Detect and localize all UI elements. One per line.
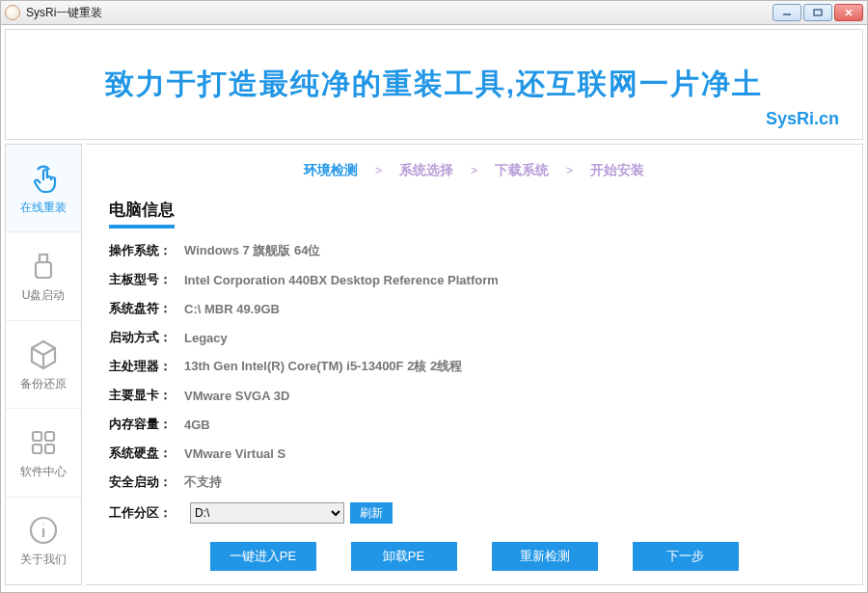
info-label: 主板型号：: [109, 271, 184, 288]
recheck-button[interactable]: 重新检测: [492, 542, 598, 571]
next-button[interactable]: 下一步: [633, 542, 739, 571]
unload-pe-button[interactable]: 卸载PE: [351, 542, 457, 571]
sidebar-item-software-center[interactable]: 软件中心: [6, 409, 81, 497]
sidebar-item-online-reinstall[interactable]: 在线重装: [6, 145, 81, 232]
info-value: 4GB: [184, 418, 210, 432]
svg-rect-4: [36, 262, 51, 278]
usb-icon: [26, 249, 61, 283]
sidebar: 在线重装 U盘启动 备份还原: [5, 144, 82, 585]
svg-rect-8: [33, 445, 41, 453]
window-title: SysRi一键重装: [26, 5, 773, 21]
sidebar-item-label: 关于我们: [20, 552, 67, 568]
section-underline: [109, 225, 175, 229]
info-label: 内存容量：: [109, 416, 184, 433]
info-row-work-partition: 工作分区： D:\ 刷新: [109, 502, 839, 524]
enter-pe-button[interactable]: 一键进入PE: [210, 542, 316, 571]
info-value: Intel Corporation 440BX Desktop Referenc…: [184, 273, 499, 287]
sidebar-item-about[interactable]: 关于我们: [6, 498, 81, 584]
info-label: 主要显卡：: [109, 387, 184, 404]
hand-tap-icon: [26, 161, 61, 196]
info-value: Windows 7 旗舰版 64位: [184, 242, 320, 259]
info-label: 启动方式：: [109, 329, 184, 346]
partition-select[interactable]: D:\: [190, 502, 344, 524]
info-label: 操作系统：: [109, 242, 184, 259]
info-row-hdd: 系统硬盘： VMware Virtual S: [109, 445, 839, 462]
banner: 致力于打造最纯净的重装工具,还互联网一片净土 SysRi.cn: [5, 29, 863, 140]
svg-rect-7: [45, 432, 54, 441]
info-row-cpu: 主处理器： 13th Gen Intel(R) Core(TM) i5-1340…: [109, 358, 839, 375]
step-bar: 环境检测 > 系统选择 > 下载系统 > 开始安装: [109, 162, 839, 179]
svg-point-12: [42, 524, 44, 526]
close-button[interactable]: [834, 4, 863, 21]
sidebar-item-label: 备份还原: [20, 376, 67, 392]
sidebar-item-usb-boot[interactable]: U盘启动: [6, 232, 81, 320]
info-label: 工作分区：: [109, 504, 184, 522]
info-label: 系统硬盘：: [109, 445, 184, 462]
refresh-button[interactable]: 刷新: [350, 502, 393, 524]
titlebar: SysRi一键重装: [0, 0, 868, 25]
info-row-memory: 内存容量： 4GB: [109, 416, 839, 433]
maximize-button[interactable]: [803, 4, 832, 21]
info-label: 系统盘符：: [109, 300, 184, 317]
info-icon: [26, 513, 61, 548]
step-env-check[interactable]: 环境检测: [304, 162, 358, 179]
sidebar-item-label: 软件中心: [20, 464, 67, 480]
svg-rect-9: [45, 445, 54, 453]
window-controls: [773, 4, 863, 21]
info-row-os: 操作系统： Windows 7 旗舰版 64位: [109, 242, 839, 259]
minimize-button[interactable]: [773, 4, 801, 21]
step-download[interactable]: 下载系统: [495, 162, 549, 179]
info-value: Legacy: [184, 331, 228, 345]
sidebar-item-label: U盘启动: [22, 287, 66, 304]
grid-icon: [26, 425, 61, 460]
sidebar-item-label: 在线重装: [20, 200, 67, 216]
info-label: 安全启动：: [109, 473, 184, 491]
info-row-secure-boot: 安全启动： 不支持: [109, 473, 839, 491]
sidebar-item-backup-restore[interactable]: 备份还原: [6, 321, 81, 409]
info-row-motherboard: 主板型号： Intel Corporation 440BX Desktop Re…: [109, 271, 839, 288]
chevron-right-icon: >: [471, 164, 477, 177]
info-value: 13th Gen Intel(R) Core(TM) i5-13400F 2核 …: [184, 358, 462, 375]
step-install[interactable]: 开始安装: [590, 162, 644, 179]
section-title: 电脑信息: [109, 199, 839, 221]
info-value: VMware SVGA 3D: [184, 389, 289, 403]
step-system-select[interactable]: 系统选择: [399, 162, 453, 179]
box-icon: [26, 337, 61, 372]
main-panel: 环境检测 > 系统选择 > 下载系统 > 开始安装 电脑信息 操作系统： Win…: [86, 144, 863, 585]
svg-rect-1: [814, 10, 822, 15]
info-row-gpu: 主要显卡： VMware SVGA 3D: [109, 387, 839, 404]
info-row-system-disk: 系统盘符： C:\ MBR 49.9GB: [109, 300, 839, 317]
chevron-right-icon: >: [566, 164, 573, 177]
info-value: VMware Virtual S: [184, 446, 285, 461]
info-value: C:\ MBR 49.9GB: [184, 302, 280, 316]
chevron-right-icon: >: [375, 164, 382, 177]
info-label: 主处理器：: [109, 358, 184, 375]
svg-rect-6: [33, 432, 41, 441]
svg-rect-5: [40, 255, 47, 262]
info-row-boot-mode: 启动方式： Legacy: [109, 329, 839, 346]
banner-sub: SysRi.cn: [766, 109, 839, 129]
info-value: 不支持: [184, 473, 222, 491]
bottom-button-bar: 一键进入PE 卸载PE 重新检测 下一步: [86, 542, 862, 571]
app-icon: [5, 5, 20, 20]
banner-headline: 致力于打造最纯净的重装工具,还互联网一片净土: [105, 65, 763, 104]
